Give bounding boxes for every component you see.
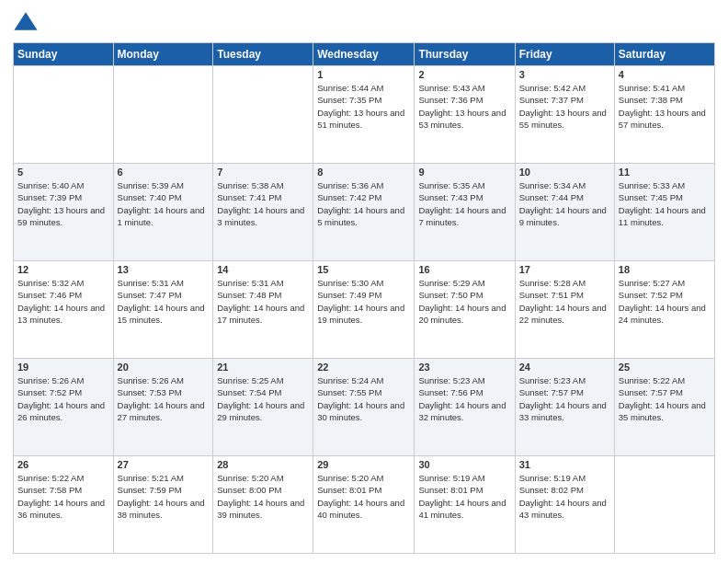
page: SundayMondayTuesdayWednesdayThursdayFrid… <box>0 0 728 563</box>
sunset-text: Sunset: 7:35 PM <box>317 95 381 105</box>
daylight-text: Daylight: 14 hours and 19 minutes. <box>317 303 404 325</box>
sunrise-text: Sunrise: 5:21 AM <box>118 473 184 483</box>
sunset-text: Sunset: 7:50 PM <box>418 290 483 300</box>
day-info: Sunrise: 5:28 AMSunset: 7:51 PMDaylight:… <box>519 277 610 326</box>
day-number: 3 <box>519 69 610 80</box>
day-number: 22 <box>317 362 410 373</box>
daylight-text: Daylight: 14 hours and 41 minutes. <box>418 498 506 520</box>
calendar-cell: 11Sunrise: 5:33 AMSunset: 7:45 PMDayligh… <box>614 164 714 261</box>
daylight-text: Daylight: 14 hours and 29 minutes. <box>217 400 304 422</box>
column-header-tuesday: Tuesday <box>213 43 313 66</box>
day-info: Sunrise: 5:19 AMSunset: 8:01 PMDaylight:… <box>418 472 510 521</box>
calendar-week-1: 1Sunrise: 5:44 AMSunset: 7:35 PMDaylight… <box>14 66 715 164</box>
sunset-text: Sunset: 7:59 PM <box>118 485 182 495</box>
sunrise-text: Sunrise: 5:34 AM <box>519 180 586 190</box>
column-header-saturday: Saturday <box>614 43 714 66</box>
sunrise-text: Sunrise: 5:40 AM <box>17 180 84 190</box>
daylight-text: Daylight: 14 hours and 35 minutes. <box>619 400 706 422</box>
daylight-text: Daylight: 13 hours and 57 minutes. <box>619 108 706 130</box>
daylight-text: Daylight: 13 hours and 55 minutes. <box>519 108 607 130</box>
calendar-cell: 24Sunrise: 5:23 AMSunset: 7:57 PMDayligh… <box>515 359 614 456</box>
svg-marker-0 <box>14 12 37 30</box>
sunset-text: Sunset: 8:01 PM <box>418 485 483 495</box>
sunrise-text: Sunrise: 5:20 AM <box>217 473 283 483</box>
calendar-week-3: 12Sunrise: 5:32 AMSunset: 7:46 PMDayligh… <box>14 261 715 359</box>
sunset-text: Sunset: 7:41 PM <box>217 192 281 202</box>
sunrise-text: Sunrise: 5:35 AM <box>418 180 484 190</box>
day-number: 19 <box>17 362 109 373</box>
day-number: 8 <box>317 167 410 178</box>
calendar-cell: 26Sunrise: 5:22 AMSunset: 7:58 PMDayligh… <box>14 456 114 554</box>
sunset-text: Sunset: 7:44 PM <box>519 192 584 202</box>
sunset-text: Sunset: 7:57 PM <box>619 387 683 397</box>
sunrise-text: Sunrise: 5:39 AM <box>118 180 184 190</box>
daylight-text: Daylight: 14 hours and 13 minutes. <box>17 303 105 325</box>
sunset-text: Sunset: 7:37 PM <box>519 95 584 105</box>
daylight-text: Daylight: 14 hours and 40 minutes. <box>317 498 404 520</box>
sunrise-text: Sunrise: 5:31 AM <box>217 278 283 288</box>
calendar-cell: 30Sunrise: 5:19 AMSunset: 8:01 PMDayligh… <box>415 456 515 554</box>
day-info: Sunrise: 5:38 AMSunset: 7:41 PMDaylight:… <box>217 179 309 228</box>
calendar-cell: 16Sunrise: 5:29 AMSunset: 7:50 PMDayligh… <box>415 261 515 359</box>
calendar-cell: 29Sunrise: 5:20 AMSunset: 8:01 PMDayligh… <box>313 456 415 554</box>
sunset-text: Sunset: 7:49 PM <box>317 290 381 300</box>
day-info: Sunrise: 5:23 AMSunset: 7:57 PMDaylight:… <box>519 374 610 423</box>
sunrise-text: Sunrise: 5:31 AM <box>118 278 184 288</box>
day-number: 27 <box>118 459 210 470</box>
sunset-text: Sunset: 7:40 PM <box>118 192 182 202</box>
sunset-text: Sunset: 8:01 PM <box>317 485 381 495</box>
day-info: Sunrise: 5:22 AMSunset: 7:57 PMDaylight:… <box>619 374 711 423</box>
calendar-header-row: SundayMondayTuesdayWednesdayThursdayFrid… <box>14 43 715 66</box>
calendar-cell: 14Sunrise: 5:31 AMSunset: 7:48 PMDayligh… <box>213 261 313 359</box>
daylight-text: Daylight: 14 hours and 27 minutes. <box>118 400 205 422</box>
calendar-cell <box>113 66 213 164</box>
sunset-text: Sunset: 7:38 PM <box>619 95 683 105</box>
sunset-text: Sunset: 7:46 PM <box>17 290 82 300</box>
day-number: 29 <box>317 459 410 470</box>
header <box>13 9 715 35</box>
day-number: 25 <box>619 362 711 373</box>
day-number: 4 <box>619 69 711 80</box>
daylight-text: Daylight: 14 hours and 20 minutes. <box>418 303 506 325</box>
day-info: Sunrise: 5:34 AMSunset: 7:44 PMDaylight:… <box>519 179 610 228</box>
daylight-text: Daylight: 14 hours and 5 minutes. <box>317 205 404 227</box>
sunrise-text: Sunrise: 5:23 AM <box>519 375 586 385</box>
sunset-text: Sunset: 7:47 PM <box>118 290 182 300</box>
calendar-cell: 18Sunrise: 5:27 AMSunset: 7:52 PMDayligh… <box>614 261 714 359</box>
day-info: Sunrise: 5:26 AMSunset: 7:52 PMDaylight:… <box>17 374 109 423</box>
calendar-cell: 6Sunrise: 5:39 AMSunset: 7:40 PMDaylight… <box>113 164 213 261</box>
calendar-week-4: 19Sunrise: 5:26 AMSunset: 7:52 PMDayligh… <box>14 359 715 456</box>
sunset-text: Sunset: 8:00 PM <box>217 485 281 495</box>
sunrise-text: Sunrise: 5:24 AM <box>317 375 383 385</box>
calendar-cell <box>14 66 114 164</box>
calendar-cell: 22Sunrise: 5:24 AMSunset: 7:55 PMDayligh… <box>313 359 415 456</box>
calendar-cell: 7Sunrise: 5:38 AMSunset: 7:41 PMDaylight… <box>213 164 313 261</box>
day-number: 6 <box>118 167 210 178</box>
calendar-cell: 8Sunrise: 5:36 AMSunset: 7:42 PMDaylight… <box>313 164 415 261</box>
day-number: 31 <box>519 459 610 470</box>
daylight-text: Daylight: 13 hours and 53 minutes. <box>418 108 506 130</box>
day-number: 15 <box>317 264 410 275</box>
day-number: 18 <box>619 264 711 275</box>
sunset-text: Sunset: 7:52 PM <box>17 387 82 397</box>
sunrise-text: Sunrise: 5:27 AM <box>619 278 685 288</box>
day-number: 24 <box>519 362 610 373</box>
day-info: Sunrise: 5:36 AMSunset: 7:42 PMDaylight:… <box>317 179 410 228</box>
calendar-cell: 25Sunrise: 5:22 AMSunset: 7:57 PMDayligh… <box>614 359 714 456</box>
day-number: 9 <box>418 167 510 178</box>
sunset-text: Sunset: 7:39 PM <box>17 192 82 202</box>
day-info: Sunrise: 5:22 AMSunset: 7:58 PMDaylight:… <box>17 472 109 521</box>
column-header-monday: Monday <box>113 43 213 66</box>
sunrise-text: Sunrise: 5:25 AM <box>217 375 283 385</box>
daylight-text: Daylight: 14 hours and 11 minutes. <box>619 205 706 227</box>
calendar-cell: 15Sunrise: 5:30 AMSunset: 7:49 PMDayligh… <box>313 261 415 359</box>
calendar-cell: 4Sunrise: 5:41 AMSunset: 7:38 PMDaylight… <box>614 66 714 164</box>
calendar-cell: 27Sunrise: 5:21 AMSunset: 7:59 PMDayligh… <box>113 456 213 554</box>
sunrise-text: Sunrise: 5:26 AM <box>118 375 184 385</box>
daylight-text: Daylight: 14 hours and 1 minute. <box>118 205 205 227</box>
day-number: 21 <box>217 362 309 373</box>
day-info: Sunrise: 5:40 AMSunset: 7:39 PMDaylight:… <box>17 179 109 228</box>
day-number: 1 <box>317 69 410 80</box>
sunrise-text: Sunrise: 5:23 AM <box>418 375 484 385</box>
calendar-cell: 19Sunrise: 5:26 AMSunset: 7:52 PMDayligh… <box>14 359 114 456</box>
